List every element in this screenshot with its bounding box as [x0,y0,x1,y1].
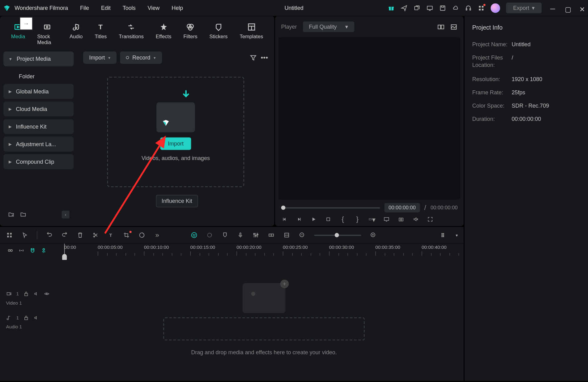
headset-icon[interactable] [465,5,472,11]
audio-track-header[interactable]: 1 [0,311,64,324]
picture-icon[interactable] [450,23,458,31]
color-button[interactable] [139,232,145,238]
apps-icon[interactable] [478,5,485,11]
save-icon[interactable] [439,5,446,11]
timeline-view-button[interactable] [440,232,447,238]
magnet-icon[interactable] [29,247,36,254]
scrubber-handle[interactable] [281,205,285,210]
menu-file[interactable]: File [80,5,89,11]
group-button[interactable] [268,232,275,238]
aspect-ratio-button[interactable]: ▾ [369,216,375,223]
send-icon[interactable] [401,5,408,11]
undo-button[interactable] [46,232,53,238]
maximize-button[interactable]: ▢ [565,5,571,11]
redo-button[interactable] [61,232,68,238]
menu-help[interactable]: Help [172,5,183,11]
timeline-area[interactable]: 00:00 00:00:05:0000:00:10:0000:00:15:000… [64,244,464,381]
minimize-button[interactable]: ─ [550,5,556,11]
text-button[interactable]: T [108,232,114,238]
play-button[interactable] [310,216,317,223]
player-viewport[interactable] [279,37,460,199]
tab-titles[interactable]: TTitles [90,21,111,47]
more-options-icon[interactable]: ••• [261,54,268,61]
zoom-slider[interactable] [314,234,361,236]
mixer-button[interactable] [252,232,259,238]
auto-ripple-icon[interactable] [40,247,47,254]
prev-frame-button[interactable] [281,216,288,223]
zoom-out-button[interactable] [299,232,305,238]
menu-tools[interactable]: Tools [122,5,135,11]
mute-button[interactable] [412,216,419,223]
eye-icon[interactable] [44,291,50,297]
quality-dropdown[interactable]: Full Quality▾ [303,21,354,32]
sidebar-item-cloud-media[interactable]: ▶Cloud Media [3,101,74,117]
fullscreen-button[interactable] [427,216,433,223]
collapse-sidebar-button[interactable]: ‹ [62,211,69,218]
render-button[interactable] [283,232,290,238]
media-drop-zone[interactable]: Import Videos, audios, and images [107,77,244,187]
pointer-icon[interactable] [21,232,28,238]
new-folder-icon[interactable] [8,211,14,218]
sidebar-item-project-media[interactable]: ▼Project Media [3,51,74,67]
gift-icon[interactable] [388,5,395,11]
tab-transitions[interactable]: Transitions [114,21,148,47]
stop-button[interactable] [325,216,332,223]
chain-icon[interactable] [18,247,25,254]
record-dropdown[interactable]: Record▾ [120,51,162,64]
video-track-icon [6,291,12,297]
import-button[interactable]: Import [160,138,191,150]
more-tools-button[interactable]: » [154,232,161,238]
folder-icon[interactable] [20,211,27,218]
export-button[interactable]: Export ▾ [506,2,542,13]
crop-button[interactable] [123,232,130,238]
tab-stock-media[interactable]: Stock Media [33,21,62,47]
menu-edit[interactable]: Edit [101,5,110,11]
import-dropdown[interactable]: Import▾ [83,51,116,64]
timeline-ruler[interactable]: 00:00 00:00:05:0000:00:10:0000:00:15:000… [64,244,464,256]
compare-view-icon[interactable] [437,23,445,31]
grid-icon[interactable] [6,232,13,238]
step-back-button[interactable] [296,216,302,223]
menu-view[interactable]: View [147,5,159,11]
tab-effects[interactable]: Effects [151,21,176,47]
tab-filters[interactable]: Filters [179,21,202,47]
tab-audio[interactable]: Audio [65,21,87,47]
mark-in-button[interactable]: { [339,216,346,223]
zoom-handle[interactable] [335,233,339,237]
marker-button[interactable] [222,232,228,238]
lock-icon[interactable] [23,291,29,297]
sidebar-item-adjustment-layer[interactable]: ▶Adjustment La... [3,137,74,152]
user-avatar[interactable] [491,3,500,13]
sidebar-item-folder[interactable]: Folder [3,69,74,84]
tab-templates[interactable]: Templates [235,21,267,47]
sidebar-item-compound-clip[interactable]: ▶Compound Clip [3,154,74,169]
tab-stickers[interactable]: Stickers [205,21,232,47]
zoom-in-button[interactable] [370,232,377,238]
snapshot-button[interactable] [398,216,404,223]
svg-rect-59 [8,250,10,252]
queue-icon[interactable] [414,5,420,11]
filter-icon[interactable] [249,54,257,61]
mark-out-button[interactable]: } [354,216,361,223]
playhead[interactable] [64,244,64,256]
timeline-drop-zone[interactable]: Drag and drop media and effects here to … [163,283,365,355]
sidebar-item-global-media[interactable]: ▶Global Media [3,84,74,99]
player-scrubber[interactable] [281,207,380,208]
link-toggle-icon[interactable] [7,247,14,254]
close-button[interactable]: ✕ [579,5,585,11]
display-button[interactable] [383,216,390,223]
chevron-down-icon[interactable]: ▾ [456,233,458,237]
mute-icon[interactable] [34,291,39,297]
lock-icon[interactable] [23,315,29,321]
sidebar-item-influence-kit[interactable]: ▶Influence Kit [3,119,74,134]
delete-button[interactable] [77,232,84,238]
video-track-header[interactable]: 1 [0,287,64,300]
split-button[interactable] [92,232,99,238]
mute-icon[interactable] [34,315,39,321]
cloud-icon[interactable] [452,5,459,11]
ai-button[interactable] [191,232,197,238]
overlay-next-button[interactable] [20,17,33,30]
keyframe-button[interactable] [206,232,213,238]
voiceover-button[interactable] [237,232,244,238]
screen-icon[interactable] [427,5,433,11]
